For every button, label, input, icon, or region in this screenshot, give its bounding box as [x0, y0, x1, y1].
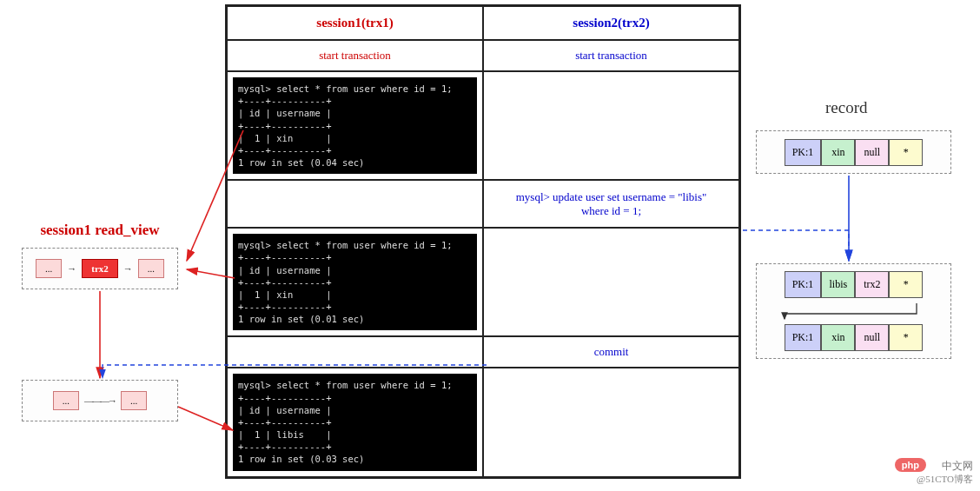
record-v2: PK:1 libis trx2 * PK:1 xin null *	[756, 263, 951, 359]
s1-select-1: mysql> select * from user where id = 1; …	[227, 71, 483, 180]
rec2-name: libis	[821, 271, 855, 298]
rv2-chip-1: ...	[121, 391, 147, 410]
rec3-trx: null	[855, 324, 889, 351]
read-view-state-2: ... ———→ ...	[22, 380, 178, 421]
read-view-title: session1 read_view	[22, 222, 178, 239]
s2-empty-1	[483, 71, 739, 180]
s2-empty-5	[483, 368, 739, 476]
s1-empty-2	[227, 180, 483, 228]
rv1-chip-2: ...	[138, 259, 164, 278]
arrow-mini-icon: →	[67, 263, 76, 274]
arrow-mini-icon: →	[123, 263, 133, 274]
rollback-ptr-arrow-icon	[769, 302, 938, 321]
s2-update: mysql> update user set username = "libis…	[483, 180, 739, 228]
rv2-chip-0: ...	[53, 391, 79, 410]
arrow-long-icon: ———→	[84, 395, 116, 406]
rec2-ptr: *	[889, 271, 923, 298]
rec3-ptr: *	[889, 324, 923, 351]
rec1-name: xin	[821, 139, 855, 166]
s1-empty-4	[227, 336, 483, 368]
rec2-pk: PK:1	[785, 271, 822, 298]
rec1-ptr: *	[889, 139, 923, 166]
watermark-line-2: @51CTO博客	[917, 473, 973, 486]
read-view-state-1: ... → trx2 → ...	[22, 248, 178, 289]
terminal-output-1: mysql> select * from user where id = 1; …	[233, 77, 477, 174]
rec2-trx: trx2	[855, 271, 889, 298]
rv1-chip-trx2: trx2	[82, 259, 118, 278]
s2-commit: commit	[483, 336, 739, 368]
rec1-pk: PK:1	[785, 139, 822, 166]
s2-empty-3	[483, 228, 739, 336]
terminal-output-2: mysql> select * from user where id = 1; …	[233, 234, 477, 330]
col-header-session2: session2(trx2)	[483, 6, 739, 40]
rv1-chip-0: ...	[36, 259, 62, 278]
session-table: session1(trx1) session2(trx2) start tran…	[225, 4, 741, 479]
watermark-line-1: 中文网	[942, 459, 973, 474]
rec1-trx: null	[855, 139, 889, 166]
terminal-output-3: mysql> select * from user where id = 1; …	[233, 374, 477, 470]
rec3-pk: PK:1	[785, 324, 822, 351]
s1-select-3: mysql> select * from user where id = 1; …	[227, 368, 483, 476]
s1-select-2: mysql> select * from user where id = 1; …	[227, 228, 483, 336]
rec3-name: xin	[821, 324, 855, 351]
php-badge: php	[895, 458, 926, 472]
s1-start-transaction: start transaction	[227, 40, 483, 71]
s2-start-transaction: start transaction	[483, 40, 739, 71]
col-header-session1: session1(trx1)	[227, 6, 483, 40]
record-v1: PK:1 xin null *	[756, 130, 951, 174]
record-title: record	[825, 98, 868, 117]
